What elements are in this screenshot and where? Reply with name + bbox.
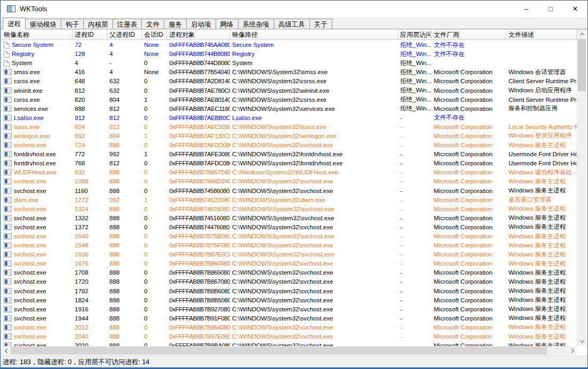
cell-session: 0: [142, 341, 167, 346]
tab-钩子[interactable]: 钩子: [61, 19, 84, 29]
table-row[interactable]: svchost.exe194488800xFFFFAB8B7B91F080C:\…: [2, 314, 577, 323]
tab-网络[interactable]: 网络: [216, 19, 239, 29]
tab-启动项[interactable]: 启动项: [186, 19, 216, 29]
cell-pid: 72: [73, 40, 107, 49]
column-header[interactable]: 映像路径: [230, 29, 398, 39]
application-icon: [4, 87, 12, 94]
tab-服务[interactable]: 服务: [164, 19, 187, 29]
table-row[interactable]: Registry1284None0xFFFFAB8B744B8080Regist…: [2, 49, 577, 58]
cell-desc: Windows 服务主进程: [506, 250, 577, 259]
cell-pid: 416: [73, 67, 107, 76]
cell-ppid: 888: [107, 332, 142, 341]
cell-access: -: [398, 286, 432, 295]
scroll-left-button[interactable]: [2, 346, 11, 355]
scroll-down-button[interactable]: [577, 336, 586, 346]
table-row[interactable]: svchost.exe172088800xFFFFAB8B7B867080C:\…: [2, 277, 577, 286]
vertical-scroll-thumb[interactable]: [578, 39, 586, 91]
table-row[interactable]: svchost.exe204088800xFFFFAB8B7B97E080C:\…: [2, 332, 577, 341]
table-row[interactable]: dwm.exe127299210xFFFFAB8B7452D080C:\WIND…: [2, 195, 577, 204]
cell-vendor: Microsoft Corporation: [432, 186, 506, 195]
column-header[interactable]: 文件厂商: [432, 29, 506, 39]
tab-进程[interactable]: 进程: [3, 18, 26, 29]
scroll-right-button[interactable]: [568, 346, 577, 355]
table-row[interactable]: WUDFHost.exe63288800xFFFFAB8B7B657240C:\…: [2, 167, 577, 177]
table-row[interactable]: fontdrvhost.exe77299210xFFFFAB8B7AFE3080…: [2, 149, 577, 158]
table-row[interactable]: svchost.exe154088800xFFFFAB8B7B75B080C:\…: [2, 231, 577, 240]
column-header[interactable]: 父进程ID: [107, 29, 142, 39]
cell-pid: 924: [73, 122, 107, 131]
column-header[interactable]: 会话ID: [142, 29, 167, 39]
cell-path: C:\WINDOWS\system32\lsass.exe: [230, 122, 398, 131]
table-row[interactable]: svchost.exe191688800xFFFFAB8B7B927080C:\…: [2, 304, 577, 314]
column-header[interactable]: 映像名称: [2, 29, 73, 39]
table-row[interactable]: Secure System724None0xFFFFAB8B745AA080Se…: [2, 40, 577, 49]
table-row[interactable]: svchost.exe137288800xFFFFAB8B74476080C:\…: [2, 222, 577, 231]
tab-高级工具[interactable]: 高级工具: [274, 19, 310, 29]
table-row[interactable]: svchost.exe116088800xFFFFAB8B74586080C:\…: [2, 186, 577, 195]
table-row[interactable]: svchost.exe108888800xFFFFAB8B7B66D240C:\…: [2, 177, 577, 186]
minimize-button[interactable]: –: [514, 1, 538, 17]
tab-内核层[interactable]: 内核层: [83, 19, 113, 29]
cell-pid: 812: [73, 85, 107, 94]
cell-access: 拒绝_Win...: [398, 58, 432, 67]
vertical-scrollbar[interactable]: [577, 29, 586, 346]
table-row[interactable]: svchost.exe154888800xFFFFAB8B7B75F080C:\…: [2, 240, 577, 250]
cell-access: 拒绝_Win...: [398, 85, 432, 94]
table-row[interactable]: LsaIso.exe91281200xFFFFAB8B7AEBB0C0LsaIs…: [2, 113, 577, 122]
process-name: svchost.exe: [14, 297, 46, 303]
table-row[interactable]: csrss.exe64863200xFFFFAB8B7A2D8140C:\WIN…: [2, 76, 577, 85]
tab-系统杂项[interactable]: 系统杂项: [238, 19, 274, 29]
table-row[interactable]: fontdrvhost.exe76881200xFFFFAB8B7AFDC080…: [2, 158, 577, 167]
cell-ppid: 888: [107, 259, 142, 268]
table-row[interactable]: svchost.exe179288800xFFFFAB8B7B8B6080C:\…: [2, 286, 577, 295]
table-row[interactable]: svchost.exe201288800xFFFFAB8B7B864080C:\…: [2, 323, 577, 332]
window-controls: – □ ✕: [514, 1, 587, 17]
table-row[interactable]: svchost.exe163688800xFFFFAB8B7B87E0C0C:\…: [2, 250, 577, 259]
cell-vendor: Microsoft Corporation: [432, 195, 506, 204]
column-header[interactable]: 进程ID: [73, 29, 107, 39]
table-row[interactable]: svchost.exe167688800xFFFFAB8B7B860080C:\…: [2, 259, 577, 268]
process-name: svchost.exe: [14, 269, 46, 276]
table-row[interactable]: smss.exe4164None0xFFFFAB8B77B54040C:\WIN…: [2, 67, 577, 76]
maximize-button[interactable]: □: [538, 1, 563, 17]
table-row[interactable]: svchost.exe170888800xFFFFAB8B7B865080C:\…: [2, 268, 577, 277]
table-row[interactable]: services.exe88881200xFFFFAB8B7AEC1180C:\…: [2, 104, 577, 113]
table-row[interactable]: lsass.exe92481200xFFFFAB8B7AEC5080C:\WIN…: [2, 122, 577, 131]
table-row[interactable]: System4-00xFFFFAB8B744D8080System拒绝_Win.…: [2, 58, 577, 67]
column-header[interactable]: 应用层访问: [398, 29, 432, 39]
process-name: svchost.exe: [14, 342, 46, 346]
table-row[interactable]: svchost.exe133288800xFFFFAB8B74516080C:\…: [2, 213, 577, 222]
wktools-window: WKTools – □ ✕ 进程驱动模块钩子内核层注册表文件服务启动项网络系统杂…: [0, 0, 588, 369]
cell-name: svchost.exe: [2, 332, 73, 341]
cell-vendor: Microsoft Corporation: [432, 240, 506, 250]
tab-关于[interactable]: 关于: [309, 19, 332, 29]
table-row[interactable]: wininit.exe81263200xFFFFAB8B7AE780C0C:\W…: [2, 85, 577, 94]
tab-驱动模块[interactable]: 驱动模块: [25, 19, 61, 29]
horizontal-scroll-thumb[interactable]: [11, 347, 547, 355]
column-header[interactable]: 文件描述: [506, 29, 577, 39]
cell-vendor: Microsoft Corporation: [432, 158, 506, 167]
tab-文件[interactable]: 文件: [141, 19, 164, 29]
table-row[interactable]: csrss.exe82080410xFFFFAB8B7AE80140C:\WIN…: [2, 95, 577, 104]
cell-access: -: [398, 295, 432, 304]
column-header[interactable]: 进程对象: [167, 29, 230, 39]
table-row[interactable]: svchost.exe72488800xFFFFAB8B7AFDD080C:\W…: [2, 140, 577, 149]
process-name: LsaIso.exe: [14, 115, 44, 121]
cell-name: svchost.exe: [2, 177, 73, 186]
tab-注册表[interactable]: 注册表: [113, 19, 142, 29]
cell-name: services.exe: [2, 104, 73, 113]
table-row[interactable]: winlogon.exe99280410xFFFFAB8B7AF130C0C:\…: [2, 131, 577, 140]
cell-pid: 4: [73, 58, 107, 67]
table-row[interactable]: svchost.exe132488800xFFFFAB8B74525080C:\…: [2, 204, 577, 213]
cell-ppid: 888: [107, 140, 142, 149]
scroll-up-button[interactable]: [577, 29, 586, 38]
horizontal-scrollbar[interactable]: [2, 346, 577, 355]
cell-path: C:\WINDOWS\system32\svchost.exe: [230, 259, 398, 268]
close-button[interactable]: ✕: [563, 1, 587, 17]
table-row[interactable]: svchost.exe182488800xFFFFAB8B7B8B5080C:\…: [2, 295, 577, 304]
application-icon: [4, 215, 12, 221]
table-row[interactable]: svchost.exe202088800xFFFFAB8B7B9BA080C:\…: [2, 341, 577, 346]
cell-ppid: 888: [107, 268, 142, 277]
cell-vendor: Microsoft Corporation: [432, 277, 506, 286]
cell-vendor: Microsoft Corporation: [432, 177, 506, 186]
